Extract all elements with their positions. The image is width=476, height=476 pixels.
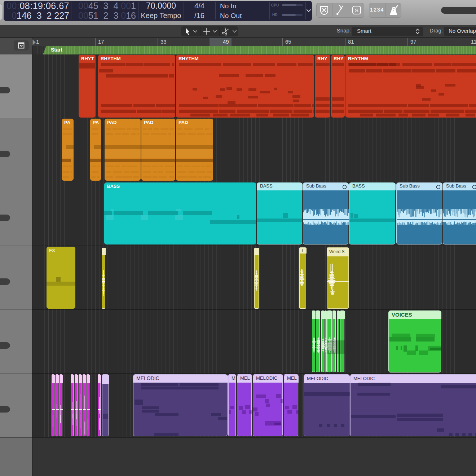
- svg-text:S: S: [355, 7, 358, 13]
